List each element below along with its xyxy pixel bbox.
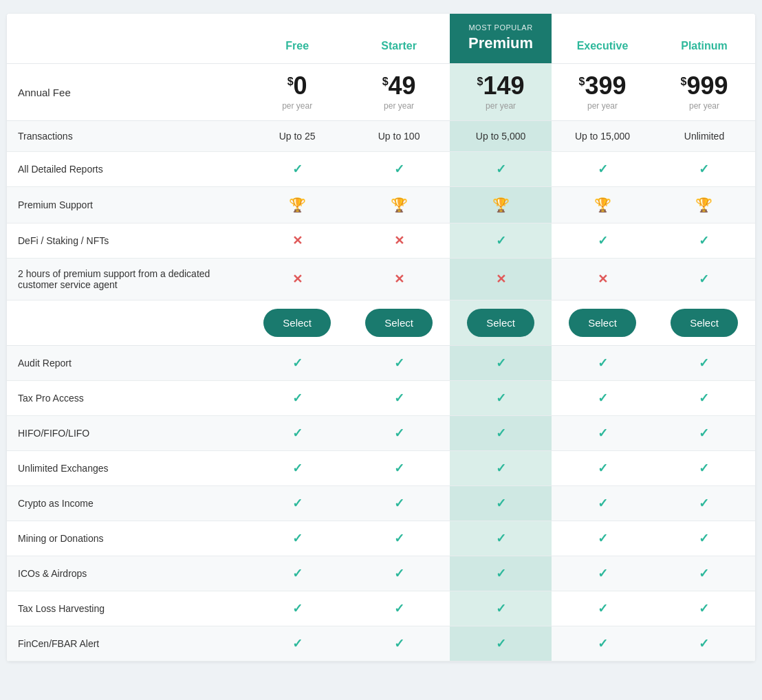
- starter-tax-pro: ✓: [348, 381, 450, 416]
- executive-tax-pro: ✓: [552, 381, 653, 416]
- check-icon: ✓: [394, 391, 404, 405]
- check-icon: ✓: [699, 234, 709, 248]
- check-icon: ✓: [496, 356, 506, 370]
- premium-support-label: Premium Support: [7, 187, 246, 223]
- starter-price-cell: $49 per year: [348, 64, 450, 121]
- free-mining: ✓: [246, 521, 348, 556]
- check-icon: ✓: [292, 602, 303, 615]
- premium-support-row: Premium Support 🏆 🏆 🏆 🏆 🏆: [7, 187, 755, 223]
- all-detailed-reports-label: All Detailed Reports: [7, 152, 246, 187]
- audit-report-label: Audit Report: [7, 346, 246, 381]
- tax-pro-access-row: Tax Pro Access ✓ ✓ ✓ ✓ ✓: [7, 381, 755, 416]
- executive-hifo: ✓: [552, 416, 653, 451]
- trophy-icon: 🏆: [594, 197, 611, 212]
- platinum-defi: ✓: [653, 223, 755, 259]
- platinum-select-button[interactable]: Select: [671, 309, 738, 337]
- check-icon: ✓: [394, 496, 404, 510]
- executive-price: $399: [557, 74, 648, 98]
- tax-pro-access-label: Tax Pro Access: [7, 381, 246, 416]
- plan-header-starter: Starter: [348, 14, 450, 64]
- free-reports: ✓: [246, 152, 348, 187]
- starter-premium-support: 🏆: [348, 187, 450, 223]
- feature-header: [7, 14, 246, 64]
- check-icon: ✓: [394, 426, 404, 440]
- free-price-period: per year: [252, 101, 342, 111]
- free-hifo: ✓: [246, 416, 348, 451]
- check-icon: ✓: [394, 532, 404, 545]
- check-icon: ✓: [598, 356, 608, 370]
- check-icon: ✓: [699, 356, 709, 370]
- executive-mining: ✓: [552, 521, 653, 556]
- platinum-tax-pro: ✓: [653, 381, 755, 416]
- executive-exchanges: ✓: [552, 451, 653, 486]
- starter-hifo: ✓: [348, 416, 450, 451]
- check-icon: ✓: [598, 461, 608, 475]
- check-icon: ✓: [598, 532, 608, 545]
- free-support-hours: ✕: [246, 259, 348, 300]
- starter-select-cell: Select: [348, 300, 450, 346]
- premium-price-cell: $149 per year: [450, 64, 552, 121]
- check-icon: ✓: [598, 637, 608, 650]
- crypto-income-label: Crypto as Income: [7, 486, 246, 521]
- premium-audit: ✓: [450, 346, 552, 381]
- fincen-fbar-label: FinCen/FBAR Alert: [7, 626, 246, 661]
- check-icon: ✓: [699, 461, 709, 475]
- check-icon: ✓: [292, 162, 303, 176]
- check-icon: ✓: [292, 532, 303, 545]
- premium-tax-loss: ✓: [450, 591, 552, 626]
- executive-defi: ✓: [552, 223, 653, 259]
- check-icon: ✓: [496, 461, 506, 475]
- annual-fee-label: Annual Fee: [7, 64, 246, 121]
- starter-select-button[interactable]: Select: [365, 309, 433, 337]
- premium-select-button[interactable]: Select: [467, 309, 534, 337]
- starter-transactions: Up to 100: [348, 121, 450, 152]
- check-icon: ✓: [598, 162, 608, 176]
- check-icon: ✓: [394, 461, 404, 475]
- free-price-cell: $0 per year: [246, 64, 348, 121]
- starter-defi: ✕: [348, 223, 450, 259]
- trophy-icon: 🏆: [695, 197, 712, 212]
- premium-mining: ✓: [450, 521, 552, 556]
- platinum-audit: ✓: [653, 346, 755, 381]
- check-icon: ✓: [394, 602, 404, 615]
- mining-row: Mining or Donations ✓ ✓ ✓ ✓ ✓: [7, 521, 755, 556]
- plan-header-premium: MOST POPULAR Premium: [450, 14, 552, 64]
- check-icon: ✓: [292, 426, 303, 440]
- check-icon: ✓: [598, 496, 608, 510]
- platinum-exchanges: ✓: [653, 451, 755, 486]
- platinum-mining: ✓: [653, 521, 755, 556]
- free-defi: ✕: [246, 223, 348, 259]
- check-icon: ✓: [394, 162, 404, 176]
- cross-icon: ✕: [394, 234, 404, 248]
- check-icon: ✓: [394, 567, 404, 580]
- platinum-support-hours: ✓: [653, 259, 755, 300]
- platinum-price-period: per year: [659, 101, 750, 111]
- check-icon: ✓: [699, 391, 709, 405]
- check-icon: ✓: [292, 567, 303, 580]
- starter-exchanges: ✓: [348, 451, 450, 486]
- starter-icos: ✓: [348, 556, 450, 591]
- executive-select-button[interactable]: Select: [569, 309, 636, 337]
- executive-transactions: Up to 15,000: [552, 121, 653, 152]
- trophy-icon: 🏆: [391, 197, 408, 212]
- tax-loss-harvesting-row: Tax Loss Harvesting ✓ ✓ ✓ ✓ ✓: [7, 591, 755, 626]
- starter-price: $49: [353, 74, 444, 98]
- check-icon: ✓: [496, 637, 506, 650]
- premium-transactions: Up to 5,000: [450, 121, 552, 152]
- executive-audit: ✓: [552, 346, 653, 381]
- fincen-fbar-row: FinCen/FBAR Alert ✓ ✓ ✓ ✓ ✓: [7, 626, 755, 661]
- platinum-tax-loss: ✓: [653, 591, 755, 626]
- free-select-button[interactable]: Select: [263, 309, 331, 337]
- check-icon: ✓: [598, 391, 608, 405]
- free-select-cell: Select: [246, 300, 348, 346]
- premium-support-hours-row: 2 hours of premium support from a dedica…: [7, 259, 755, 300]
- defi-label: DeFi / Staking / NFTs: [7, 223, 246, 259]
- unlimited-exchanges-row: Unlimited Exchanges ✓ ✓ ✓ ✓ ✓: [7, 451, 755, 486]
- free-crypto-income: ✓: [246, 486, 348, 521]
- starter-audit: ✓: [348, 346, 450, 381]
- check-icon: ✓: [394, 356, 404, 370]
- check-icon: ✓: [292, 496, 303, 510]
- hifo-label: HIFO/FIFO/LIFO: [7, 416, 246, 451]
- check-icon: ✓: [598, 602, 608, 615]
- platinum-transactions: Unlimited: [653, 121, 755, 152]
